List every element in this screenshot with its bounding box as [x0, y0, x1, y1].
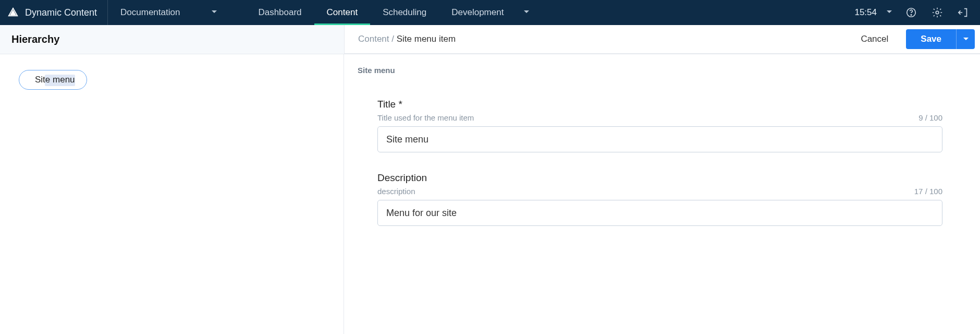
top-navbar: Dynamic Content Documentation Dashboard …: [0, 0, 980, 25]
tab-label: Development: [451, 7, 504, 18]
hierarchy-header: Hierarchy: [0, 25, 344, 54]
description-label: Description: [377, 172, 942, 184]
breadcrumb-current: Site menu item: [397, 34, 456, 44]
hierarchy-title: Hierarchy: [11, 33, 59, 45]
breadcrumb-separator: /: [391, 34, 396, 44]
save-button[interactable]: Save: [906, 29, 956, 49]
sub-header: Hierarchy Content / Site menu item Cance…: [0, 25, 980, 54]
schema-label: Site menu: [358, 66, 947, 75]
hub-selector[interactable]: Documentation: [108, 0, 230, 25]
title-input[interactable]: [377, 126, 942, 152]
node-label: Site menu: [35, 75, 75, 85]
tab-scheduling[interactable]: Scheduling: [370, 0, 439, 25]
brand-title: Dynamic Content: [25, 7, 97, 18]
body-split: Site menu Site menu Title * Title used f…: [0, 54, 980, 334]
tab-label: Dashboard: [258, 7, 301, 18]
field-title-row: Title * Title used for the menu item 9 /…: [377, 99, 942, 152]
title-char-count: 9 / 100: [918, 113, 942, 122]
editor-panel: Site menu Title * Title used for the men…: [344, 54, 980, 334]
brand: Dynamic Content: [0, 0, 107, 25]
nav-tabs: Dashboard Content Scheduling Development: [246, 0, 542, 25]
tab-development[interactable]: Development: [439, 0, 542, 25]
chevron-down-icon: [523, 7, 530, 18]
help-icon[interactable]: [904, 5, 918, 20]
clock-selector[interactable]: 15:54: [854, 7, 892, 18]
svg-point-4: [936, 11, 939, 14]
editor-actions: Cancel Save: [854, 29, 975, 49]
breadcrumb-root[interactable]: Content: [358, 34, 389, 44]
tab-label: Content: [327, 7, 358, 18]
description-input[interactable]: [377, 200, 942, 226]
field-description-row: Description description 17 / 100: [377, 172, 942, 226]
clock-time: 15:54: [854, 7, 877, 18]
editor-header: Content / Site menu item Cancel Save: [344, 25, 980, 54]
title-helper: Title used for the menu item: [377, 113, 474, 122]
chevron-down-icon: [886, 7, 892, 18]
description-helper: description: [377, 187, 415, 196]
svg-point-3: [911, 15, 911, 15]
gear-icon[interactable]: [930, 5, 945, 20]
description-char-count: 17 / 100: [914, 187, 942, 196]
tab-dashboard[interactable]: Dashboard: [246, 0, 314, 25]
hierarchy-panel: Site menu: [0, 54, 344, 334]
cancel-button[interactable]: Cancel: [854, 30, 895, 49]
chevron-down-icon: [211, 7, 217, 18]
tab-content[interactable]: Content: [314, 0, 371, 25]
logout-icon[interactable]: [956, 5, 971, 20]
title-label: Title *: [377, 99, 942, 110]
logo-icon: [7, 7, 19, 18]
save-button-group: Save: [906, 29, 975, 49]
tab-label: Scheduling: [383, 7, 426, 18]
nav-right: 15:54: [854, 0, 980, 25]
save-options-button[interactable]: [956, 29, 975, 49]
hub-label: Documentation: [120, 7, 180, 18]
hierarchy-node-site-menu[interactable]: Site menu: [19, 70, 87, 90]
breadcrumb: Content / Site menu item: [358, 34, 456, 44]
